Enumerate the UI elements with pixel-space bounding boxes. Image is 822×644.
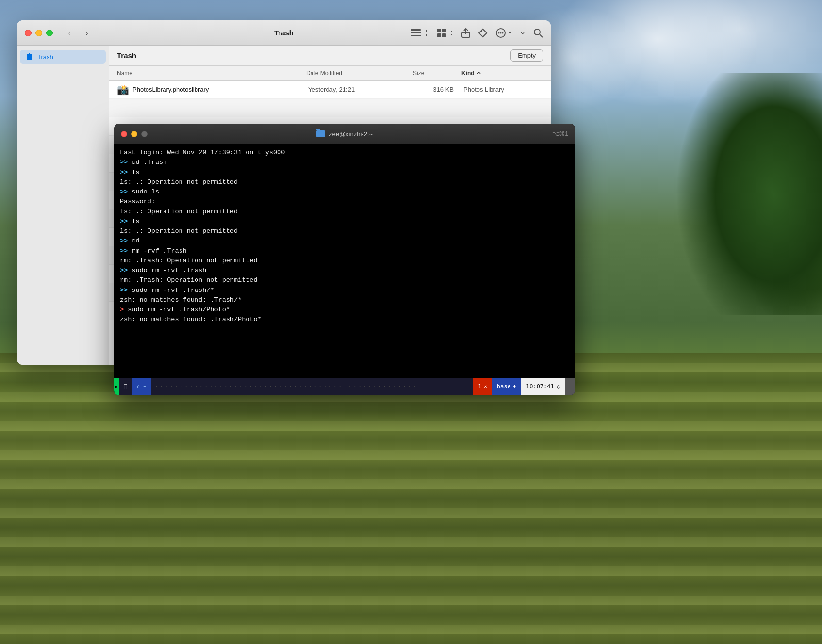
term-line-11: >> rm -rvf .Trash	[120, 246, 569, 256]
status-home-icon: ⌂	[137, 383, 140, 390]
terminal-statusbar: ▶  ⌂ ~ ································…	[114, 378, 575, 395]
empty-trash-button[interactable]: Empty	[510, 49, 543, 62]
terminal-title: zee@xinzhi-2:~	[329, 130, 373, 138]
more-icon[interactable]	[495, 28, 512, 38]
close-button[interactable]	[25, 30, 32, 36]
term-line-4: ls: .: Operation not permitted	[120, 177, 569, 187]
sidebar-item-trash-label: Trash	[37, 53, 53, 61]
term-line-15: >> sudo rm -rvf .Trash/*	[120, 286, 569, 295]
terminal-close-button[interactable]	[121, 131, 127, 137]
finder-location-bar: Trash Empty	[109, 46, 551, 66]
svg-rect-4	[442, 29, 446, 32]
term-line-10: >> cd ..	[120, 236, 569, 246]
term-line-12: rm: .Trash: Operation not permitted	[120, 256, 569, 266]
status-error-count: 1	[478, 383, 481, 390]
share-icon[interactable]	[461, 28, 470, 38]
svg-line-14	[540, 34, 543, 37]
status-dots: ········································…	[151, 378, 474, 395]
list-view-icon[interactable]	[411, 29, 429, 37]
finder-toolbar	[411, 28, 543, 38]
col-header-size[interactable]: Size	[413, 70, 461, 77]
sidebar-item-trash[interactable]: 🗑 Trash	[20, 50, 106, 64]
empty-row-1	[109, 99, 551, 117]
file-size-photoslibrary: 316 KB	[415, 86, 463, 93]
forward-button[interactable]: ›	[80, 28, 94, 38]
term-line-8: >> ls	[120, 217, 569, 226]
term-line-2: >> cd .Trash	[120, 158, 569, 167]
status-arrow-icon: ▶	[114, 378, 119, 395]
col-header-kind[interactable]: Kind	[461, 70, 543, 77]
terminal-minimize-button[interactable]	[131, 131, 137, 137]
svg-rect-2	[411, 35, 421, 36]
svg-point-12	[502, 32, 504, 33]
term-line-3: >> ls	[120, 168, 569, 177]
file-name-photoslibrary: PhotosLibrary.photoslibrary	[132, 86, 308, 93]
traffic-lights	[25, 30, 53, 36]
svg-rect-3	[437, 29, 441, 32]
photos-library-icon: 📸	[117, 84, 129, 96]
status-error-x: ✕	[484, 383, 487, 390]
search-icon[interactable]	[533, 28, 543, 38]
svg-rect-6	[442, 33, 446, 37]
term-line-1: Last login: Wed Nov 29 17:39:31 on ttys0…	[120, 148, 569, 158]
bg-trees	[579, 73, 822, 315]
status-tilde: ~	[142, 383, 146, 390]
term-line-9: ls: .: Operation not permitted	[120, 226, 569, 236]
term-line-5: >> sudo ls	[120, 187, 569, 197]
chevron-down-icon[interactable]	[520, 30, 526, 36]
finder-window-title: Trash	[274, 29, 294, 37]
status-conda-section: base ♦	[492, 378, 521, 395]
finder-nav: ‹ ›	[63, 28, 94, 38]
status-conda-label: base	[497, 383, 511, 390]
finder-sidebar: 🗑 Trash	[17, 46, 109, 365]
terminal-window: zee@xinzhi-2:~ ⌥⌘1 Last login: Wed Nov 2…	[114, 124, 575, 395]
status-conda-icon: ♦	[513, 383, 516, 390]
status-home-section: ⌂ ~	[132, 378, 150, 395]
file-date-photoslibrary: Yesterday, 21:21	[308, 86, 415, 93]
term-line-6: Password:	[120, 197, 569, 207]
terminal-folder-icon	[316, 130, 325, 137]
term-line-16: zsh: no matches found: .Trash/*	[120, 295, 569, 305]
svg-point-11	[500, 32, 502, 33]
file-row-photoslibrary[interactable]: 📸 PhotosLibrary.photoslibrary Yesterday,…	[109, 80, 551, 99]
col-header-name[interactable]: Name	[117, 70, 306, 77]
tag-icon[interactable]	[478, 28, 488, 38]
status-error-section: 1 ✕	[473, 378, 492, 395]
term-line-7: ls: .: Operation not permitted	[120, 207, 569, 217]
status-time-display: 10:07:41	[526, 383, 554, 390]
terminal-maximize-button[interactable]	[141, 131, 148, 137]
term-line-18: zsh: no matches found: .Trash/Photo*	[120, 315, 569, 324]
finder-location-title: Trash	[117, 51, 136, 60]
bg-vineyard	[0, 353, 822, 644]
terminal-traffic-lights	[121, 131, 148, 137]
maximize-button[interactable]	[46, 30, 53, 36]
term-line-14: rm: .Trash: Operation not permitted	[120, 275, 569, 285]
grid-view-icon[interactable]	[437, 29, 454, 37]
terminal-body[interactable]: Last login: Wed Nov 29 17:39:31 on ttys0…	[114, 144, 575, 378]
svg-rect-0	[411, 29, 421, 31]
term-line-17: > sudo rm -rvf .Trash/Photo*	[120, 305, 569, 315]
svg-point-10	[498, 32, 500, 33]
status-clock-icon: ○	[557, 383, 560, 390]
terminal-title-center: zee@xinzhi-2:~	[316, 130, 373, 138]
sort-icon	[477, 71, 481, 76]
back-button[interactable]: ‹	[63, 28, 76, 38]
svg-point-13	[534, 29, 540, 35]
trash-sidebar-icon: 🗑	[26, 52, 33, 61]
col-header-date[interactable]: Date Modified	[306, 70, 413, 77]
terminal-shortcut: ⌥⌘1	[552, 130, 568, 137]
finder-column-headers: Name Date Modified Size Kind	[109, 66, 551, 80]
status-apple-section: 	[119, 378, 132, 395]
finder-titlebar: ‹ › Trash	[17, 20, 551, 46]
svg-point-8	[480, 31, 482, 32]
minimize-button[interactable]	[35, 30, 42, 36]
file-kind-photoslibrary: Photos Library	[463, 86, 543, 93]
terminal-titlebar: zee@xinzhi-2:~ ⌥⌘1	[114, 124, 575, 144]
svg-rect-5	[437, 33, 441, 37]
svg-rect-1	[411, 32, 421, 33]
status-end	[565, 378, 575, 395]
status-time-section: 10:07:41 ○	[521, 378, 565, 395]
term-line-13: >> sudo rm -rvf .Trash	[120, 266, 569, 275]
